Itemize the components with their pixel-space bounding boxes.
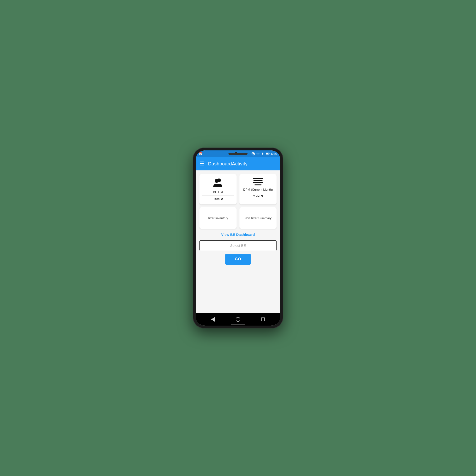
recents-icon: [261, 318, 265, 321]
nav-back-button[interactable]: [210, 316, 216, 323]
phone-inner: 📅: [196, 151, 280, 325]
status-left: 📅: [199, 152, 203, 155]
non-rxer-summary-card[interactable]: Non Rxer Summary: [239, 207, 276, 229]
phone-bottom-bar: [231, 324, 245, 325]
status-time: 6:40: [271, 152, 277, 156]
hamburger-menu-icon[interactable]: ☰: [200, 161, 204, 166]
select-be-dropdown[interactable]: Select BE: [200, 240, 276, 251]
phone-device: 📅: [193, 148, 283, 328]
dpm-total: Total 3: [253, 194, 263, 198]
screen: 📅: [196, 151, 280, 325]
non-rxer-summary-title: Non Rxer Summary: [244, 216, 272, 220]
circle-status-icon: [252, 152, 255, 155]
back-icon: [211, 317, 215, 322]
dpm-divider: [242, 193, 274, 193]
view-be-dashboard-link[interactable]: View BE Dashboard: [200, 232, 276, 238]
list-align-icon: [253, 178, 263, 186]
main-content: BE List Total 2: [196, 170, 280, 313]
be-list-title: BE List: [213, 190, 223, 194]
people-icon: [212, 178, 224, 188]
svg-rect-3: [266, 153, 269, 154]
battery-icon: [266, 153, 270, 155]
be-list-total: Total 2: [213, 197, 223, 201]
wifi-icon: [256, 152, 260, 155]
nav-home-button[interactable]: [235, 316, 241, 323]
dpm-title: DPM (Current Month): [243, 188, 273, 191]
go-button[interactable]: GO: [225, 254, 251, 265]
airplane-icon: [261, 152, 264, 155]
app-title: DashboardActivity: [208, 161, 248, 167]
phone-speaker: [228, 153, 248, 155]
select-be-text: Select BE: [230, 243, 246, 248]
nav-recents-button[interactable]: [260, 316, 266, 323]
rxer-inventory-card[interactable]: Rxer Inventory: [200, 207, 237, 229]
home-icon: [236, 317, 240, 322]
rxer-inventory-title: Rxer Inventory: [208, 216, 228, 220]
calendar-icon: 📅: [199, 152, 203, 155]
svg-point-1: [253, 153, 254, 154]
android-nav-bar: [196, 313, 280, 325]
svg-point-6: [215, 179, 219, 183]
dpm-card[interactable]: DPM (Current Month) Total 3: [239, 174, 276, 204]
be-list-card[interactable]: BE List Total 2: [200, 174, 237, 204]
svg-rect-4: [269, 153, 270, 154]
status-right: 6:40: [252, 152, 277, 156]
app-bar: ☰ DashboardActivity: [196, 157, 280, 170]
cards-row-2: Rxer Inventory Non Rxer Summary: [200, 207, 276, 229]
cards-row-1: BE List Total 2: [200, 174, 276, 204]
be-list-divider: [202, 195, 234, 196]
